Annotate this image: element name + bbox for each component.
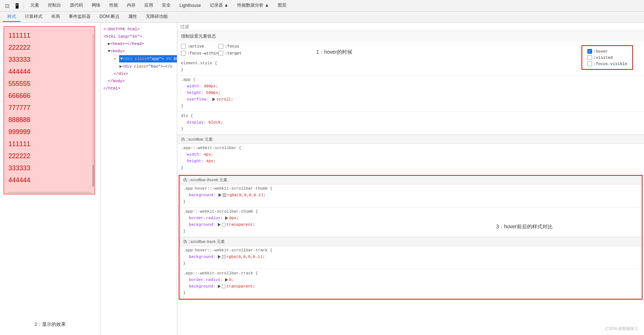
thumb-hover-bg-prop: background: — [183, 193, 216, 197]
scrollbar-width-val: 4px; — [201, 152, 213, 157]
dom-body-open[interactable]: ▼<body> — [102, 47, 175, 55]
preview-row-13: 444444 — [8, 174, 90, 186]
dom-html-close-tag: </html> — [103, 86, 120, 91]
thumb-sel-text: .app::-webkit-scrollbar-thumb { — [183, 209, 258, 214]
filter-input[interactable] — [180, 24, 641, 29]
track-sel-text: .app::-webkit-scrollbar-track { — [183, 271, 258, 275]
track-hover-close: } — [183, 260, 638, 267]
tab-elements[interactable]: 元素 — [26, 1, 43, 11]
target-checkbox[interactable] — [219, 51, 223, 56]
track-close: } — [183, 290, 638, 296]
div-rule-block: div { display: block; } — [177, 112, 644, 135]
hover-state-box: ✓ :hover :visited :focus-visible — [582, 45, 633, 70]
tab-event-listeners[interactable]: 事件监听器 — [64, 12, 95, 22]
track-hover-sel: .app:hover::-webkit-scrollbar-track { — [183, 247, 638, 254]
state-target[interactable]: :target — [219, 50, 256, 56]
tab-network[interactable]: 网络 — [87, 1, 105, 11]
track-close-text: } — [183, 291, 186, 295]
tab-layout[interactable]: 布局 — [47, 12, 64, 22]
track-bg-swatch[interactable] — [222, 255, 226, 259]
tab-dom-breakpoints[interactable]: DOM 断点 — [95, 12, 124, 22]
tab-console[interactable]: 控制台 — [43, 1, 65, 11]
thumb-bg2-swatch[interactable] — [222, 223, 226, 226]
pseudo-scrollbar-track-section: 伪 ::scrollbar-track 元素 .app:hover::-webk… — [179, 237, 642, 299]
preview-box: 111111 222222 333333 444444 555555 66666… — [4, 26, 95, 194]
track-bg2-triangle[interactable] — [218, 285, 221, 288]
dom-panel: <!DOCTYPE html> <html lang="en"> ▶<head>… — [101, 23, 177, 335]
dom-box-class: class — [134, 64, 146, 69]
dom-head-arrow: ▶ — [108, 42, 110, 46]
active-checkbox[interactable] — [181, 44, 186, 49]
dom-box-val: "box" — [148, 64, 160, 69]
state-active[interactable]: :active — [181, 43, 219, 49]
focus-visible-label: :focus-visible — [594, 62, 627, 66]
visited-label: :visited — [594, 56, 613, 60]
tab-computed[interactable]: 计算样式 — [20, 12, 47, 22]
visited-checkbox[interactable] — [587, 55, 592, 60]
tab-performance[interactable]: 性能 — [105, 1, 122, 11]
track-bg2-swatch[interactable] — [222, 285, 226, 288]
force-state-content: :active :focus :focus-within :target — [177, 42, 644, 59]
thumb-radius-triangle[interactable] — [225, 216, 228, 220]
tab-security[interactable]: 安全 — [158, 1, 175, 11]
filter-row — [177, 23, 644, 31]
thumb-bg-swatch[interactable] — [223, 193, 226, 197]
tab-styles[interactable]: 样式 — [3, 12, 20, 22]
pseudo-scrollbar-section: 伪 ::scrollbar 元素 .app::-webkit-scrollbar… — [177, 135, 644, 174]
app-height-val: 500px; — [204, 91, 220, 95]
track-bg-triangle[interactable] — [218, 255, 221, 259]
thumb-radius-prop: border-radius: — [183, 216, 223, 220]
overflow-triangle[interactable] — [212, 98, 215, 101]
thumb-radius: border-radius: 0px; — [183, 215, 638, 221]
focus-within-checkbox[interactable] — [181, 51, 186, 56]
dom-bullet: ● — [114, 57, 116, 61]
state-focus-within[interactable]: :focus-within — [181, 50, 219, 56]
thumb-hover-bg-val: rgba(0,0,0,0.2); — [216, 193, 266, 197]
hover-label: :hover — [594, 49, 608, 54]
dom-head[interactable]: ▶<head>⋯</head> — [102, 40, 175, 47]
track-radius-triangle[interactable] — [225, 278, 228, 282]
preview-row-8: 888888 — [8, 114, 90, 126]
cursor-icon[interactable]: ⊡ — [3, 1, 12, 10]
focus-checkbox[interactable] — [219, 44, 223, 49]
app-height-prop: height: — [181, 91, 204, 95]
dom-head-tag: <head>⋯</head> — [110, 42, 144, 46]
tab-application[interactable]: 应用 — [140, 1, 158, 11]
dom-html-tag: <html lang="en"> — [103, 34, 142, 39]
tab-recorder[interactable]: 记录器 ▲ — [205, 1, 233, 11]
tab-layers[interactable]: 图层 — [273, 1, 291, 11]
active-label: :active — [187, 44, 204, 49]
div-close-text: } — [181, 127, 183, 131]
tab-attributes[interactable]: 属性 — [124, 12, 141, 22]
tab-memory[interactable]: 内存 — [122, 1, 140, 11]
thumb-bg: background: transparent; — [183, 221, 638, 228]
thumb-hover-close-text: } — [183, 199, 186, 204]
hover-checkbox[interactable]: ✓ — [587, 49, 592, 54]
thumb-bg-triangle[interactable] — [219, 193, 221, 197]
thumb-bg2-triangle[interactable] — [218, 223, 221, 226]
tab-lighthouse[interactable]: Lighthouse — [175, 1, 205, 10]
preview-row-2: 222222 — [8, 42, 90, 54]
state-focus[interactable]: :focus — [219, 43, 256, 49]
preview-horizontal-scroll[interactable] — [8, 192, 91, 193]
tab-perf-data[interactable]: 性能数据分析 ▲ — [233, 1, 273, 11]
hover-state-focus-visible[interactable]: :focus-visible — [587, 61, 627, 67]
preview-row-9: 999999 — [8, 126, 90, 138]
preview-scrollbar[interactable] — [92, 34, 94, 187]
preview-row-10: 111111 — [8, 138, 90, 150]
dom-div-app[interactable]: ● ▼<div class="app"> == $0 — [102, 55, 175, 63]
div-selector-text: div { — [181, 114, 193, 118]
focus-visible-checkbox[interactable] — [587, 61, 592, 66]
tab-source[interactable]: 源代码 — [65, 1, 87, 11]
dom-html[interactable]: <html lang="en"> — [102, 33, 175, 40]
track-bg: background: transparent; — [183, 283, 638, 290]
div-close: } — [181, 126, 640, 132]
element-style-close: } — [181, 66, 640, 73]
dom-div-box[interactable]: ▶<div class="box">⋯</c — [102, 63, 175, 70]
dom-body-close: </body> — [102, 77, 175, 85]
hover-state-visited[interactable]: :visited — [587, 54, 627, 61]
device-icon[interactable]: 📱 — [12, 1, 21, 10]
webkit-scrollbar-sel-text: .app::-webkit-scrollbar { — [181, 146, 241, 150]
hover-state-hover[interactable]: ✓ :hover — [587, 48, 627, 54]
tab-accessibility[interactable]: 无障碍功能 — [141, 12, 172, 22]
